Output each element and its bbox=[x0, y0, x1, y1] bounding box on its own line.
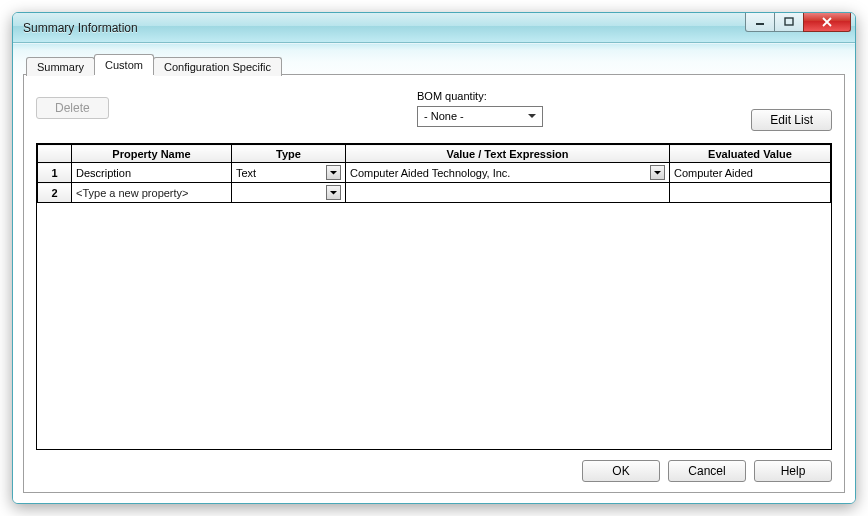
col-property-name[interactable]: Property Name bbox=[72, 145, 232, 163]
minimize-button[interactable] bbox=[745, 12, 775, 32]
grid-header-row: Property Name Type Value / Text Expressi… bbox=[38, 145, 831, 163]
property-name-cell[interactable]: <Type a new property> bbox=[72, 183, 232, 203]
dropdown-icon[interactable] bbox=[650, 165, 665, 180]
bom-quantity-value: - None - bbox=[424, 110, 464, 122]
bom-quantity-dropdown[interactable]: - None - bbox=[417, 106, 543, 127]
type-cell[interactable]: Text bbox=[232, 163, 346, 183]
top-controls-row: Delete BOM quantity: - None - Edit List bbox=[36, 85, 832, 131]
col-value[interactable]: Value / Text Expression bbox=[346, 145, 670, 163]
dialog-buttons: OK Cancel Help bbox=[36, 460, 832, 482]
type-cell-value: Text bbox=[236, 167, 256, 179]
window-controls bbox=[745, 12, 851, 32]
window-title: Summary Information bbox=[23, 21, 138, 35]
maximize-button[interactable] bbox=[774, 12, 804, 32]
tabstrip: Summary Custom Configuration Specific bbox=[23, 52, 845, 75]
tab-custom[interactable]: Custom bbox=[94, 54, 154, 75]
titlebar: Summary Information bbox=[13, 13, 855, 43]
summary-information-window: Summary Information Summary Custom Confi… bbox=[12, 12, 856, 504]
type-cell[interactable] bbox=[232, 183, 346, 203]
svg-rect-1 bbox=[785, 18, 793, 25]
col-type[interactable]: Type bbox=[232, 145, 346, 163]
property-name-cell[interactable]: Description bbox=[72, 163, 232, 183]
cancel-button[interactable]: Cancel bbox=[668, 460, 746, 482]
dropdown-icon[interactable] bbox=[326, 165, 341, 180]
evaluated-cell bbox=[670, 183, 831, 203]
row-number-cell[interactable]: 1 bbox=[38, 163, 72, 183]
tab-panel-custom: Delete BOM quantity: - None - Edit List bbox=[23, 74, 845, 493]
ok-button[interactable]: OK bbox=[582, 460, 660, 482]
value-cell-text: Computer Aided Technology, Inc. bbox=[350, 167, 510, 179]
bom-quantity-group: BOM quantity: - None - bbox=[417, 90, 543, 127]
tab-configuration-specific[interactable]: Configuration Specific bbox=[153, 57, 282, 76]
properties-grid: Property Name Type Value / Text Expressi… bbox=[36, 143, 832, 450]
col-evaluated[interactable]: Evaluated Value bbox=[670, 145, 831, 163]
table-row: 2 <Type a new property> bbox=[38, 183, 831, 203]
svg-rect-0 bbox=[756, 23, 764, 25]
row-number-cell[interactable]: 2 bbox=[38, 183, 72, 203]
delete-button[interactable]: Delete bbox=[36, 97, 109, 119]
grid-corner-cell[interactable] bbox=[38, 145, 72, 163]
edit-list-button[interactable]: Edit List bbox=[751, 109, 832, 131]
chevron-down-icon bbox=[524, 108, 540, 124]
value-cell[interactable] bbox=[346, 183, 670, 203]
close-button[interactable] bbox=[803, 12, 851, 32]
help-button[interactable]: Help bbox=[754, 460, 832, 482]
value-cell[interactable]: Computer Aided Technology, Inc. bbox=[346, 163, 670, 183]
client-area: Summary Custom Configuration Specific De… bbox=[13, 43, 855, 503]
grid-empty-area bbox=[37, 203, 831, 449]
table-row: 1 Description Text Computer Aided T bbox=[38, 163, 831, 183]
evaluated-cell: Computer Aided bbox=[670, 163, 831, 183]
tab-summary[interactable]: Summary bbox=[26, 57, 95, 76]
bom-quantity-label: BOM quantity: bbox=[417, 90, 487, 102]
dropdown-icon[interactable] bbox=[326, 185, 341, 200]
